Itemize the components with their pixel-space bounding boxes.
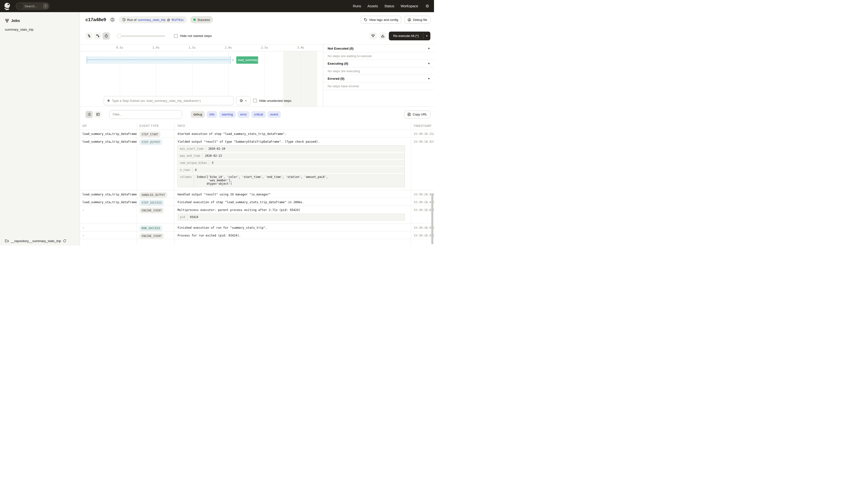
nav-link-runs[interactable]: Runs xyxy=(353,4,361,8)
nav-link-status[interactable]: Status xyxy=(384,4,394,8)
level-filter-debug[interactable]: debug xyxy=(191,111,205,118)
log-row[interactable]: load_summary_sta…trip_dataframe STEP_SUC… xyxy=(80,198,434,206)
tick-label: 0.5s xyxy=(116,46,123,49)
column-header-event-type[interactable]: EVENT TYPE xyxy=(137,122,175,129)
view-tags-config-button[interactable]: View tags and config xyxy=(361,16,401,24)
layers-icon xyxy=(240,99,243,103)
run-info-button[interactable] xyxy=(109,17,116,23)
gantt-step-bar[interactable]: load_summary_stats_trip_dataframe xyxy=(236,56,258,64)
waterfall-icon xyxy=(96,34,100,38)
search-shortcut-key: / xyxy=(43,3,48,9)
gantt-dependency-marker xyxy=(232,59,234,61)
reexecute-split-button: Re-execute All (*) ▼ xyxy=(389,32,430,40)
section-message: No steps are executing xyxy=(323,67,434,75)
hide-unselected-label: Hide unselected steps xyxy=(259,99,291,103)
column-header-timestamp[interactable]: TIMESTAMP xyxy=(411,122,434,129)
chevron-down-icon[interactable]: ▼ xyxy=(428,47,430,50)
level-filter-info[interactable]: info xyxy=(207,111,217,118)
jobs-header-label: Jobs xyxy=(11,19,20,23)
run-status-label: Success xyxy=(197,18,210,22)
job-link[interactable]: summary_stats_trip xyxy=(138,18,165,22)
reload-repository-icon[interactable] xyxy=(63,239,66,242)
chevron-down-icon[interactable]: ▼ xyxy=(428,62,430,65)
sidebar-item-job[interactable]: summary_stats_trip xyxy=(5,28,80,31)
nav-link-workspace[interactable]: Workspace xyxy=(401,4,418,8)
output-metadata-table: min_start_time2020-02-10 max_end_time202… xyxy=(178,145,405,187)
align-bottom-icon xyxy=(371,34,375,38)
section-header-not-executed[interactable]: Not Executed (0) ▼ xyxy=(323,45,434,52)
structured-view-icon xyxy=(96,113,100,116)
gantt-chart: 0.5s 1.0s 1.5s 2.0s 2.5s 3.0s load_summa… xyxy=(80,45,323,107)
event-type-pill: ENGINE_EVENT xyxy=(140,208,164,213)
log-table-filler xyxy=(80,239,434,246)
column-header-op[interactable]: OP xyxy=(80,122,137,129)
section-header-executing[interactable]: Executing (0) ▼ xyxy=(323,60,434,67)
reexecute-dropdown-caret[interactable]: ▼ xyxy=(423,32,430,40)
tick-label: 2.5s xyxy=(261,46,268,49)
section-message: No steps are waiting to execute xyxy=(323,52,434,60)
engine-metadata-table: pid93424 xyxy=(178,214,405,221)
gantt-waiting-region xyxy=(87,56,230,64)
level-filter-critical[interactable]: critical xyxy=(251,111,266,118)
tick-label: 3.0s xyxy=(297,46,304,49)
run-status-badge: Success xyxy=(190,16,213,23)
section-message: No steps have errored xyxy=(323,82,434,90)
success-dot xyxy=(193,19,196,21)
tag-icon xyxy=(364,18,368,22)
repository-footer[interactable]: __repository__summary_stats_trip xyxy=(5,239,66,243)
event-type-pill: RUN_SUCCESS xyxy=(140,225,162,231)
log-filter-input[interactable] xyxy=(109,110,182,119)
log-structured-view-button[interactable] xyxy=(94,111,101,118)
debug-file-button[interactable]: Debug file xyxy=(404,16,430,24)
clipboard-icon xyxy=(407,113,411,116)
settings-gear-icon[interactable]: ⚙ xyxy=(426,4,429,8)
commit-link[interactable]: f61f761c xyxy=(172,18,184,22)
global-search[interactable]: Search... / xyxy=(16,2,50,10)
tick-label: 1.5s xyxy=(189,46,196,49)
log-row[interactable]: load_summary_sta…trip_dataframe STEP_OUT… xyxy=(80,138,434,190)
copy-url-button[interactable]: Copy URL xyxy=(404,111,430,118)
log-list-view-button[interactable] xyxy=(86,111,93,118)
slider-thumb[interactable] xyxy=(117,34,121,38)
at-separator: @ xyxy=(167,18,170,22)
level-filter-error[interactable]: error xyxy=(238,111,249,118)
event-type-pill: STEP_OUTPUT xyxy=(140,139,162,145)
level-filter-event[interactable]: event xyxy=(268,111,281,118)
log-level-filters: debug info warning error critical event xyxy=(191,111,281,118)
step-status-panel: Not Executed (0) ▼ No steps are waiting … xyxy=(323,45,434,107)
log-row[interactable]: - ENGINE_EVENT Process for run exited (p… xyxy=(80,231,434,239)
hide-not-started-checkbox[interactable] xyxy=(174,34,178,38)
scroll-to-bottom-button[interactable] xyxy=(369,32,377,39)
info-icon xyxy=(111,18,114,22)
chevron-down-icon[interactable]: ▼ xyxy=(428,77,430,80)
tick-label: 2.0s xyxy=(225,46,232,49)
gantt-zoom-slider[interactable] xyxy=(117,34,165,38)
column-header-info[interactable]: INFO xyxy=(175,122,411,129)
waterfall-view-button[interactable] xyxy=(94,32,101,39)
hide-unselected-checkbox[interactable] xyxy=(253,99,257,103)
log-row[interactable]: load_summary_sta…trip_dataframe STEP_STA… xyxy=(80,130,434,138)
flat-view-button[interactable] xyxy=(86,32,93,39)
level-filter-warning[interactable]: warning xyxy=(219,111,236,118)
dagster-logo-icon[interactable] xyxy=(3,2,12,10)
event-type-pill: STEP_START xyxy=(140,132,160,137)
timed-view-button[interactable] xyxy=(102,32,110,39)
jobs-fork-icon xyxy=(5,19,9,23)
graph-query-toggle-button[interactable] xyxy=(236,96,251,105)
scroll-to-top-button[interactable] xyxy=(379,32,386,39)
gantt-toolbar: Hide not started steps Re-execute All (*… xyxy=(80,27,434,45)
nav-link-assets[interactable]: Assets xyxy=(368,4,378,8)
event-type-pill: STEP_SUCCESS xyxy=(140,200,164,206)
event-type-pill: ENGINE_EVENT xyxy=(140,233,164,239)
log-row[interactable]: - RUN_SUCCESS Finished execution of run … xyxy=(80,224,434,231)
log-row[interactable]: - ENGINE_EVENT Multiprocess executor: pa… xyxy=(80,206,434,224)
jobs-header: Jobs xyxy=(0,12,80,23)
log-row[interactable]: load_summary_sta…trip_dataframe HANDLED_… xyxy=(80,190,434,198)
search-placeholder: Search... xyxy=(25,4,43,8)
step-subset-input[interactable] xyxy=(112,99,230,103)
vertical-scrollbar[interactable] xyxy=(431,193,433,244)
section-header-errored[interactable]: Errored (0) ▼ xyxy=(323,75,434,82)
search-icon xyxy=(17,3,23,9)
run-header: c17a48e9 Run of summary_stats_trip @ f61… xyxy=(80,12,434,27)
reexecute-all-button[interactable]: Re-execute All (*) xyxy=(389,32,423,40)
